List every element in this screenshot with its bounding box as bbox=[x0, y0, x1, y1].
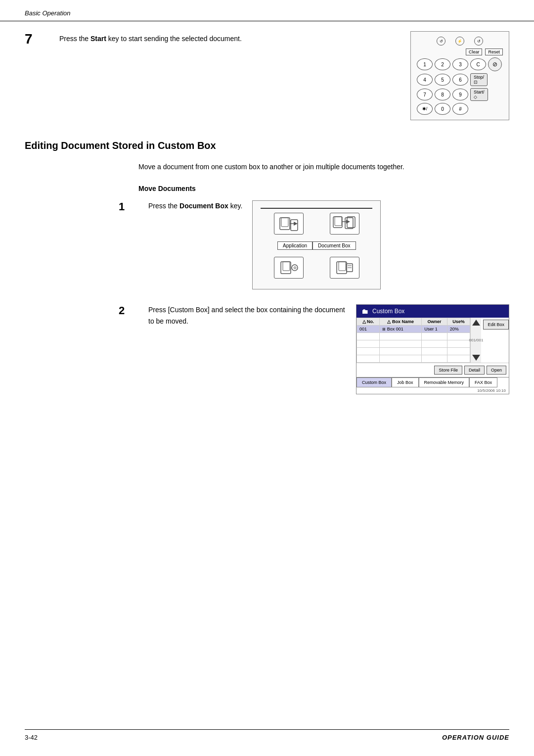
reset-label: Reset bbox=[485, 48, 503, 55]
header-title: Basic Operation bbox=[25, 9, 71, 17]
custombox-tabs: Custom Box Job Box Removable Memory FAX … bbox=[356, 377, 509, 387]
page: Basic Operation 7 Press the Start key to… bbox=[0, 0, 534, 756]
row-no: 001 bbox=[357, 326, 380, 333]
svg-text:⚙: ⚙ bbox=[293, 266, 297, 270]
svg-marker-8 bbox=[346, 220, 350, 224]
docbox-top-border bbox=[261, 208, 372, 209]
custombox-table-area: △ No. △ Box Name Owner Use% 001 bbox=[356, 318, 509, 363]
svg-rect-11 bbox=[281, 262, 291, 274]
keypad-illustration: ↺ ⚡ ↺ Clear Reset 1 2 3 C bbox=[410, 31, 509, 120]
scrollbar-area: 001/001 bbox=[470, 318, 481, 363]
step1-number: 1 bbox=[119, 200, 138, 213]
custombox-titlebar-icon: 🖿 bbox=[361, 307, 368, 315]
keypad-grid: 1 2 3 C ⊘ 4 5 6 Stop/⊡ 7 bbox=[417, 57, 503, 115]
svg-rect-16 bbox=[339, 262, 346, 271]
table-row-empty4 bbox=[357, 355, 470, 363]
tab-custom-box[interactable]: Custom Box bbox=[356, 378, 392, 387]
custombox-title: Custom Box bbox=[372, 308, 404, 315]
docbox-icon-1 bbox=[274, 213, 304, 235]
detail-button[interactable]: Detail bbox=[464, 366, 485, 375]
label-application: Application bbox=[277, 241, 312, 250]
step7-number: 7 bbox=[25, 31, 44, 47]
key-8: 8 bbox=[435, 89, 450, 100]
custombox-table-wrapper: △ No. △ Box Name Owner Use% 001 bbox=[356, 318, 470, 363]
key-4: 4 bbox=[417, 74, 433, 86]
step7-bold: Start bbox=[90, 35, 106, 43]
col-box-name: △ Box Name bbox=[380, 318, 422, 326]
custombox-screen-wrapper: 🖿 Custom Box △ No. △ Box Name bbox=[356, 304, 509, 394]
svg-rect-12 bbox=[283, 262, 290, 271]
step2-number: 2 bbox=[119, 304, 138, 317]
custombox-timestamp: 10/5/2006 10:10 bbox=[477, 388, 506, 393]
tab-removable-memory[interactable]: Removable Memory bbox=[419, 378, 470, 387]
step7-text: Press the Start key to start sending the… bbox=[59, 31, 396, 44]
keypad-icon-2: ⚡ bbox=[455, 37, 464, 46]
svg-rect-6 bbox=[335, 217, 342, 226]
keypad-row4: ✱/ 0 # bbox=[417, 103, 503, 115]
keypad-row2: 4 5 6 Stop/⊡ bbox=[417, 73, 503, 86]
editing-step2: 2 Press [Custom Box] and select the box … bbox=[119, 304, 509, 394]
custombox-actions: Store File Detail Open bbox=[356, 363, 509, 377]
row-name: ⊞ Box 001 bbox=[380, 326, 422, 333]
custombox-footer: 10/5/2006 10:10 bbox=[356, 387, 509, 394]
keypad-top-icons: ↺ ⚡ ↺ bbox=[417, 37, 503, 46]
key-2: 2 bbox=[435, 58, 450, 70]
table-row-empty2 bbox=[357, 340, 470, 348]
editing-section-intro: Move a document from one custom box to a… bbox=[138, 161, 509, 172]
scroll-down-arrow[interactable] bbox=[472, 355, 480, 361]
table-row-empty1 bbox=[357, 333, 470, 340]
store-file-button[interactable]: Store File bbox=[434, 366, 462, 375]
sidebar-buttons: Edit Box bbox=[481, 318, 509, 363]
docbox-top-row bbox=[261, 213, 372, 235]
keypad-row3: 7 8 9 Start/◇ bbox=[417, 88, 503, 101]
page-footer: 3-42 OPERATION GUIDE bbox=[25, 729, 509, 741]
custombox-titlebar: 🖿 Custom Box bbox=[356, 305, 509, 318]
key-cancel: ⊘ bbox=[488, 57, 502, 71]
row-use: 20% bbox=[447, 326, 470, 333]
key-3: 3 bbox=[452, 58, 468, 70]
key-5: 5 bbox=[435, 74, 450, 86]
key-0: 0 bbox=[435, 103, 450, 115]
label-document-box: Document Box bbox=[312, 241, 356, 250]
key-7: 7 bbox=[417, 89, 433, 100]
docbox-icon-3: ⚙ bbox=[274, 257, 304, 279]
key-6: 6 bbox=[452, 74, 468, 86]
step1-text: Press the Document Box key. bbox=[148, 200, 242, 211]
table-header-row: △ No. △ Box Name Owner Use% bbox=[357, 318, 470, 326]
keypad-row1: 1 2 3 C ⊘ bbox=[417, 57, 503, 71]
editing-section-title: Editing Document Stored in Custom Box bbox=[25, 140, 509, 151]
main-content: 7 Press the Start key to start sending t… bbox=[0, 21, 534, 449]
col-no: △ No. bbox=[357, 318, 380, 326]
key-hash: # bbox=[452, 103, 468, 115]
step7-section: 7 Press the Start key to start sending t… bbox=[25, 31, 509, 120]
tab-job-box[interactable]: Job Box bbox=[392, 378, 419, 387]
clear-label: Clear bbox=[466, 48, 483, 55]
row-owner: User 1 bbox=[422, 326, 447, 333]
open-button[interactable]: Open bbox=[487, 366, 506, 375]
editing-section: Editing Document Stored in Custom Box Mo… bbox=[25, 140, 509, 394]
docbox-label-row: Application Document Box bbox=[261, 241, 372, 250]
docbox-icon-2 bbox=[330, 213, 359, 235]
footer-guide: OPERATION GUIDE bbox=[442, 734, 509, 741]
docbox-illustration: Application Document Box ⚙ bbox=[252, 200, 381, 289]
keypad-icon-3: ↺ bbox=[474, 37, 483, 46]
tab-fax-box[interactable]: FAX Box bbox=[469, 378, 497, 387]
scroll-up-arrow[interactable] bbox=[472, 320, 480, 326]
col-use: Use% bbox=[447, 318, 470, 326]
footer-page: 3-42 bbox=[25, 734, 38, 741]
edit-box-button[interactable]: Edit Box bbox=[483, 320, 509, 330]
svg-rect-15 bbox=[337, 262, 347, 274]
custombox-table: △ No. △ Box Name Owner Use% 001 bbox=[356, 318, 470, 363]
keypad-icon-1: ↺ bbox=[437, 37, 445, 46]
svg-marker-3 bbox=[294, 222, 298, 226]
table-row: 001 ⊞ Box 001 User 1 20% bbox=[357, 326, 470, 333]
key-1: 1 bbox=[417, 58, 433, 70]
step2-text: Press [Custom Box] and select the box co… bbox=[148, 304, 346, 327]
step1-bold: Document Box bbox=[179, 202, 228, 210]
key-C: C bbox=[470, 58, 486, 70]
docbox-bottom-row: ⚙ bbox=[261, 257, 372, 279]
keypad-clear-reset: Clear Reset bbox=[417, 48, 503, 55]
docbox-icon-4 bbox=[330, 257, 359, 279]
page-header: Basic Operation bbox=[0, 0, 534, 21]
key-9: 9 bbox=[452, 89, 468, 100]
